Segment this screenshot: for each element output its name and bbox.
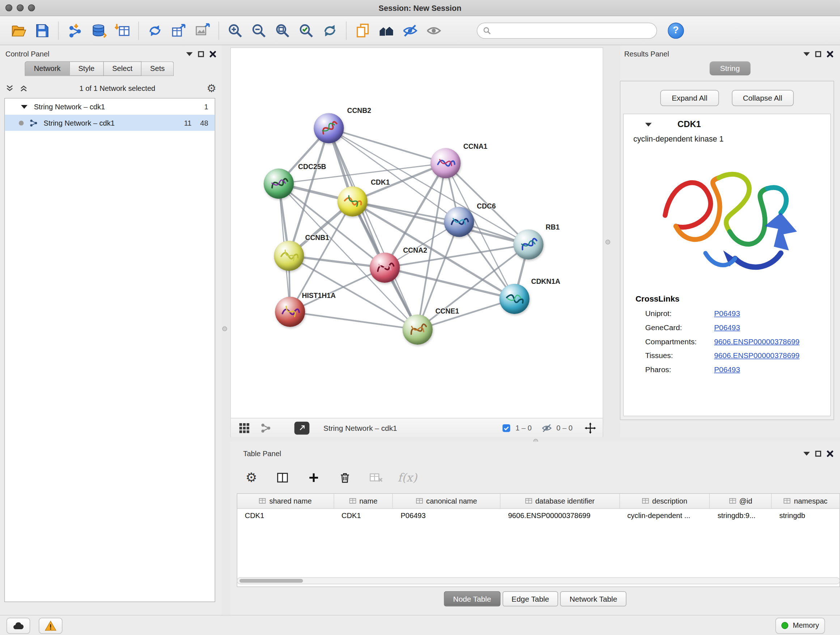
crosslinks-title: CrossLinks [636,294,830,303]
hide-selected-button[interactable] [398,19,422,42]
right-splitter-handle[interactable] [605,240,610,244]
network-row[interactable]: String Network – cdk1 11 48 [5,115,215,131]
column-header-namespace[interactable]: namespac [772,494,839,508]
network-node-CDC25B[interactable] [264,169,294,199]
crosslink-compartments[interactable]: 9606.ENSP00000378699 [714,337,799,346]
show-columns-icon[interactable] [275,470,291,486]
close-panel-icon[interactable] [827,450,834,457]
collection-expand-icon[interactable] [21,105,27,108]
cell-description[interactable]: cyclin-dependent ... [620,509,710,524]
import-network-database-button[interactable] [87,19,110,42]
network-options-gear-icon[interactable]: ⚙ [207,83,216,94]
network-node-CDKN1A[interactable] [499,284,529,314]
selected-nodes-checkbox-icon[interactable] [501,423,511,432]
copy-document-button[interactable] [351,19,374,42]
horizontal-scrollbar[interactable] [237,578,840,584]
network-canvas[interactable]: CCNB2CCNA1CDC25BCDK1CDC6RB1CCNB1CCNA2CDK… [231,48,604,418]
tab-sets[interactable]: Sets [141,62,174,76]
expand-all-tree-icon[interactable] [19,84,28,93]
network-collection-row[interactable]: String Network – cdk1 1 [5,98,215,115]
tab-network-table[interactable]: Network Table [561,591,626,606]
cell-id[interactable]: stringdb:9... [710,509,772,524]
crosslink-pharos[interactable]: P06493 [714,365,740,374]
birds-eye-view-button[interactable] [237,421,251,435]
zoom-out-button[interactable] [247,19,271,42]
home-networks-button[interactable] [374,19,398,42]
network-node-label-CCNB1: CCNB1 [305,234,329,242]
network-node-CCNA1[interactable] [431,148,461,178]
memory-button[interactable]: Memory [775,617,825,633]
network-edge-CCNB2-CCNA1[interactable] [329,128,446,163]
cloud-status-button[interactable] [6,617,30,633]
refresh-view-button[interactable] [318,19,341,42]
network-from-table-button[interactable] [167,19,190,42]
import-network-file-button[interactable] [63,19,87,42]
cell-name[interactable]: CDK1 [334,509,393,524]
network-edge-CCNB2-CCNE1[interactable] [329,128,417,329]
column-header-name[interactable]: name [334,494,393,508]
crosslink-genecard[interactable]: P06493 [714,323,740,332]
column-header-id[interactable]: @id [710,494,772,508]
table-settings-gear-icon[interactable]: ⚙ [243,470,259,486]
export-image-button[interactable] [191,19,214,42]
cell-namespace[interactable]: stringdb [772,509,839,524]
cell-shared-name[interactable]: CDK1 [237,509,334,524]
network-node-CCNA2[interactable] [370,253,400,283]
network-node-CCNB2[interactable] [314,113,344,143]
save-session-button[interactable] [30,19,54,42]
scrollbar-thumb[interactable] [240,579,303,583]
network-node-RB1[interactable] [513,230,543,260]
column-header-shared-name[interactable]: shared name [237,494,334,508]
table-row[interactable]: CDK1 CDK1 P06493 9606.ENSP00000378699 cy… [237,509,840,524]
expand-all-button[interactable]: Expand All [660,90,719,106]
zoom-selected-button[interactable] [294,19,318,42]
warnings-button[interactable] [39,617,62,633]
collapse-section-icon[interactable] [645,122,652,126]
column-header-canonical-name[interactable]: canonical name [393,494,501,508]
add-column-icon[interactable] [306,470,322,486]
tab-network[interactable]: Network [25,62,69,76]
open-session-button[interactable] [6,19,30,42]
close-panel-icon[interactable] [827,50,834,57]
show-all-button[interactable] [422,19,445,42]
column-header-database-identifier[interactable]: database identifier [501,494,620,508]
network-node-CCNB1[interactable] [274,241,304,271]
export-network-button[interactable] [294,421,309,434]
float-panel-icon[interactable] [815,51,821,57]
help-button[interactable]: ? [668,22,684,39]
zoom-in-button[interactable] [223,19,247,42]
collapse-all-tree-icon[interactable] [5,84,14,93]
close-panel-icon[interactable] [210,50,216,57]
network-node-CDK1[interactable] [338,187,368,217]
zoom-fit-button[interactable] [271,19,294,42]
tab-style[interactable]: Style [70,62,104,76]
tab-edge-table[interactable]: Edge Table [502,591,558,606]
move-crosshair-icon[interactable] [584,422,596,434]
cell-canonical-name[interactable]: P06493 [393,509,501,524]
panel-menu-icon[interactable] [804,52,810,56]
network-node-CCNE1[interactable] [403,315,433,345]
panel-menu-icon[interactable] [186,52,193,56]
network-edge-HIST1H1A-CCNE1[interactable] [290,312,418,329]
column-header-description[interactable]: description [620,494,710,508]
collapse-all-button[interactable]: Collapse All [731,90,793,106]
crosslink-uniprot[interactable]: P06493 [714,309,740,318]
crosslink-tissues[interactable]: 9606.ENSP00000378699 [714,351,799,360]
cell-database-identifier[interactable]: 9606.ENSP00000378699 [501,509,620,524]
network-node-HIST1H1A[interactable] [275,297,305,327]
network-view[interactable]: CCNB2CCNA1CDC25BCDK1CDC6RB1CCNB1CCNA2CDK… [231,48,603,437]
network-overview-button[interactable] [259,421,273,435]
panel-menu-icon[interactable] [804,451,810,455]
float-panel-icon[interactable] [815,450,821,456]
network-node-CDC6[interactable] [444,207,474,237]
search-input[interactable] [494,27,651,35]
left-splitter-handle[interactable] [222,326,227,331]
hidden-eye-slash-icon[interactable] [541,423,552,433]
delete-column-icon[interactable] [337,470,353,486]
tab-node-table[interactable]: Node Table [444,591,500,606]
tab-select[interactable]: Select [103,62,141,76]
clone-network-button[interactable] [143,19,167,42]
import-table-button[interactable] [111,19,134,42]
float-panel-icon[interactable] [198,51,204,57]
string-tab-badge[interactable]: String [709,62,751,76]
